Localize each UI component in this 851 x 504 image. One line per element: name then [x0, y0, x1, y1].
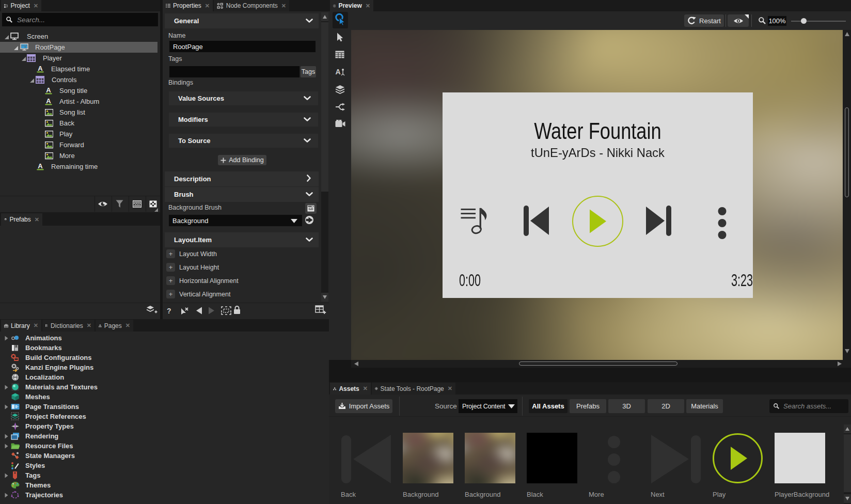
- svg-text:A: A: [335, 68, 340, 76]
